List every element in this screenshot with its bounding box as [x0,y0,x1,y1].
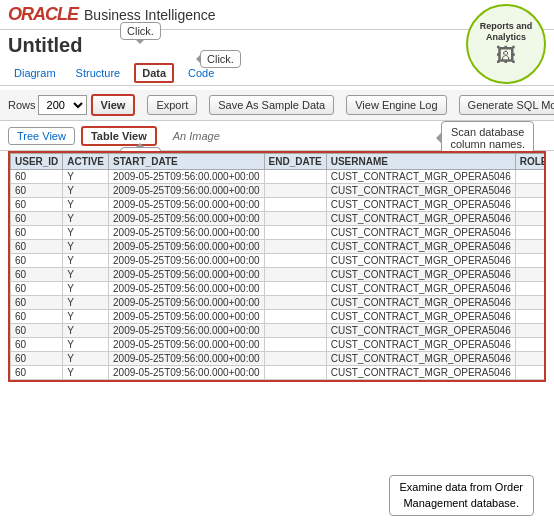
scan-db-callout: Scan databasecolumn names. [441,121,534,155]
rows-select-group: Rows 200 100 500 [8,95,87,115]
table-cell: 60 [11,324,63,338]
table-cell: 2009-05-25T09:56:00.000+00:00 [109,352,265,366]
table-body: 60Y2009-05-25T09:56:00.000+00:00CUST_CON… [11,170,547,380]
table-cell: 60 [11,198,63,212]
oracle-brand-text: ORACLE [8,4,78,25]
table-cell: Y [63,198,109,212]
tab-diagram[interactable]: Diagram [8,65,62,81]
generate-sql-button[interactable]: Generate SQL Monitor Report [459,95,554,115]
data-table: USER_ID ACTIVE START_DATE END_DATE USERN… [10,153,546,380]
table-cell: 2009-05-25T09:56:00.000+00:00 [109,324,265,338]
table-cell: Y [63,212,109,226]
table-cell [515,310,546,324]
table-cell [515,184,546,198]
table-row: 60Y2009-05-25T09:56:00.000+00:00CUST_CON… [11,198,547,212]
table-cell: 2009-05-25T09:56:00.000+00:00 [109,198,265,212]
table-cell [515,198,546,212]
table-cell [264,324,326,338]
table-cell [264,184,326,198]
tree-view-button[interactable]: Tree View [8,127,75,145]
table-cell: CUST_CONTRACT_MGR_OPERA5046 [326,170,515,184]
table-cell [515,324,546,338]
table-row: 60Y2009-05-25T09:56:00.000+00:00CUST_CON… [11,324,547,338]
table-cell: CUST_CONTRACT_MGR_OPERA5046 [326,310,515,324]
an-image-label: An Image [173,130,220,142]
table-cell [264,198,326,212]
table-cell: 2009-05-25T09:56:00.000+00:00 [109,184,265,198]
oracle-logo: ORACLE Business Intelligence [8,4,216,25]
table-row: 60Y2009-05-25T09:56:00.000+00:00CUST_CON… [11,268,547,282]
table-cell [264,352,326,366]
col-active: ACTIVE [63,154,109,170]
table-cell: CUST_CONTRACT_MGR_OPERA5046 [326,268,515,282]
tab-data[interactable]: Data [134,63,174,83]
table-cell [264,212,326,226]
table-cell: Y [63,366,109,380]
table-cell: Y [63,310,109,324]
table-cell [264,268,326,282]
table-row: 60Y2009-05-25T09:56:00.000+00:00CUST_CON… [11,212,547,226]
col-start-date: START_DATE [109,154,265,170]
data-table-wrapper: USER_ID ACTIVE START_DATE END_DATE USERN… [8,151,546,382]
table-cell [515,366,546,380]
table-row: 60Y2009-05-25T09:56:00.000+00:00CUST_CON… [11,170,547,184]
table-row: 60Y2009-05-25T09:56:00.000+00:00CUST_CON… [11,184,547,198]
col-end-date: END_DATE [264,154,326,170]
table-row: 60Y2009-05-25T09:56:00.000+00:00CUST_CON… [11,296,547,310]
table-cell: CUST_CONTRACT_MGR_OPERA5046 [326,352,515,366]
view-button[interactable]: View [91,94,136,116]
table-cell: 2009-05-25T09:56:00.000+00:00 [109,240,265,254]
bi-brand-text: Business Intelligence [84,7,216,23]
table-cell: 60 [11,366,63,380]
table-cell [264,226,326,240]
table-cell: 60 [11,184,63,198]
table-cell [264,296,326,310]
table-header-row: USER_ID ACTIVE START_DATE END_DATE USERN… [11,154,547,170]
table-cell: Y [63,352,109,366]
table-cell: Y [63,268,109,282]
table-cell: 60 [11,170,63,184]
main-content: Rows 200 100 500 View Export Save As Sam… [0,90,554,520]
table-cell: CUST_CONTRACT_MGR_OPERA5046 [326,212,515,226]
table-cell: CUST_CONTRACT_MGR_OPERA5046 [326,296,515,310]
col-role-id: ROLE_ID [515,154,546,170]
table-cell [515,254,546,268]
table-cell [515,268,546,282]
table-cell: 60 [11,310,63,324]
table-cell: 60 [11,268,63,282]
table-cell: Y [63,296,109,310]
table-cell [264,240,326,254]
table-row: 60Y2009-05-25T09:56:00.000+00:00CUST_CON… [11,338,547,352]
rows-dropdown[interactable]: 200 100 500 [38,95,87,115]
table-cell: 2009-05-25T09:56:00.000+00:00 [109,212,265,226]
table-cell: 2009-05-25T09:56:00.000+00:00 [109,338,265,352]
table-cell [264,170,326,184]
table-cell: CUST_CONTRACT_MGR_OPERA5046 [326,184,515,198]
table-cell: Y [63,254,109,268]
table-cell: 60 [11,282,63,296]
table-cell [264,338,326,352]
save-sample-button[interactable]: Save As Sample Data [209,95,334,115]
table-cell: CUST_CONTRACT_MGR_OPERA5046 [326,198,515,212]
table-cell [515,296,546,310]
table-cell: 2009-05-25T09:56:00.000+00:00 [109,310,265,324]
table-cell: 60 [11,296,63,310]
page-title: Untitled [8,34,82,57]
table-cell: Y [63,226,109,240]
export-button[interactable]: Export [147,95,197,115]
table-cell: 2009-05-25T09:56:00.000+00:00 [109,282,265,296]
view-engine-log-button[interactable]: View Engine Log [346,95,446,115]
table-cell: 60 [11,338,63,352]
table-cell: 2009-05-25T09:56:00.000+00:00 [109,226,265,240]
table-cell: CUST_CONTRACT_MGR_OPERA5046 [326,226,515,240]
table-cell [515,170,546,184]
table-cell: 60 [11,226,63,240]
table-row: 60Y2009-05-25T09:56:00.000+00:00CUST_CON… [11,310,547,324]
table-cell: 2009-05-25T09:56:00.000+00:00 [109,254,265,268]
table-row: 60Y2009-05-25T09:56:00.000+00:00CUST_CON… [11,240,547,254]
tab-structure[interactable]: Structure [70,65,127,81]
table-cell [515,352,546,366]
table-cell [515,240,546,254]
table-row: 60Y2009-05-25T09:56:00.000+00:00CUST_CON… [11,352,547,366]
table-cell: Y [63,170,109,184]
